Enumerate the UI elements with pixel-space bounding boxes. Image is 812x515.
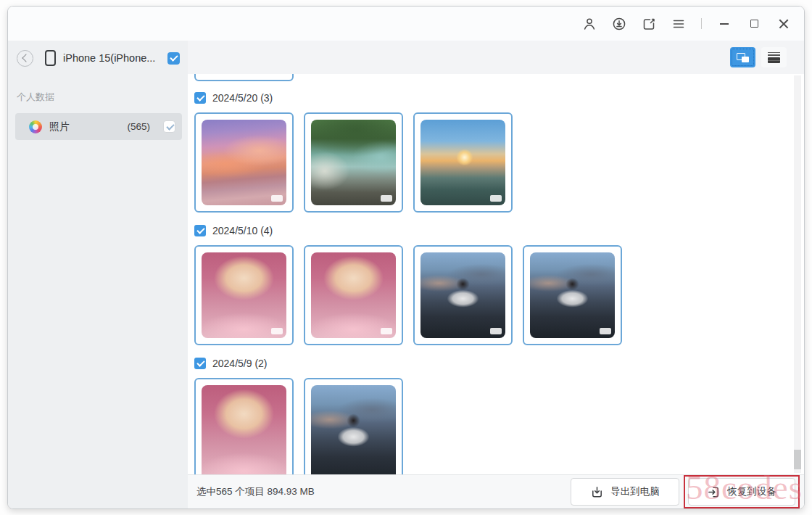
view-toggle-thumbnail[interactable] (730, 47, 755, 67)
titlebar (8, 7, 804, 41)
photo-row (194, 112, 804, 213)
date-group-header: 2024/5/10 (4) (194, 224, 804, 236)
photo-thumbnail[interactable] (194, 112, 294, 213)
date-group: 2024/5/20 (3) (194, 91, 804, 213)
photo-image (530, 252, 615, 338)
device-header: iPhone 15(iPhone... (8, 41, 188, 75)
minimize-button[interactable] (717, 17, 732, 31)
maximize-icon (750, 20, 758, 28)
photo-thumbnail[interactable] (304, 112, 403, 213)
date-group-header: 2024/5/9 (2) (194, 357, 804, 369)
photo-image (420, 252, 505, 338)
photo-image (420, 120, 505, 205)
date-group: 2024/5/10 (4) (194, 224, 804, 345)
photo-watermark-badge (600, 328, 611, 334)
date-group-label: 2024/5/10 (4) (212, 225, 273, 236)
photo-row (194, 245, 804, 345)
main-panel: 2024/5/20 (3) 20 (188, 41, 804, 508)
view-toggle-list[interactable] (761, 47, 787, 67)
photo-grid: 2024/5/20 (3) 20 (188, 74, 804, 474)
main-header (188, 41, 804, 74)
selection-summary: 选中565 个项目 894.93 MB (196, 485, 315, 498)
phone-icon (45, 50, 56, 66)
sidebar-item-count: (565) (127, 121, 150, 132)
photo-image (202, 252, 286, 338)
sidebar: iPhone 15(iPhone... 个人数据 照片 (565) (8, 41, 188, 508)
photo-thumbnail[interactable] (194, 378, 294, 474)
photos-checkbox[interactable] (163, 120, 175, 133)
thumbnail-view-icon (737, 53, 749, 62)
sidebar-item-photos[interactable]: 照片 (565) (15, 113, 182, 140)
date-group: 2024/5/9 (2) (194, 357, 804, 474)
date-group-checkbox[interactable] (194, 358, 206, 369)
photo-image (202, 120, 286, 205)
photo-thumbnail[interactable] (194, 245, 294, 345)
maximize-button[interactable] (747, 17, 761, 31)
date-group-checkbox[interactable] (194, 92, 206, 104)
download-icon[interactable] (612, 17, 626, 31)
close-button[interactable] (776, 17, 791, 31)
photo-thumbnail[interactable] (304, 245, 403, 345)
date-group-label: 2024/5/20 (3) (212, 92, 273, 104)
footer-bar: 选中565 个项目 894.93 MB 导出到电脑 恢复到设备 (188, 474, 804, 508)
photo-thumbnail[interactable] (523, 245, 622, 345)
photo-thumbnail-partial[interactable] (194, 74, 294, 81)
photo-image (311, 385, 396, 474)
photo-watermark-badge (381, 195, 392, 202)
photo-watermark-badge (381, 328, 392, 334)
restore-to-device-button[interactable]: 恢复到设备 (688, 478, 795, 506)
minimize-icon (720, 23, 729, 25)
photo-thumbnail[interactable] (413, 112, 513, 213)
photo-row (194, 378, 804, 474)
photo-image (311, 120, 396, 205)
scrollbar-thumb[interactable] (794, 450, 801, 469)
close-icon (779, 19, 789, 29)
scrollbar-track[interactable] (794, 75, 801, 473)
titlebar-divider (701, 18, 702, 29)
export-to-computer-button[interactable]: 导出到电脑 (571, 478, 679, 506)
date-group-header: 2024/5/20 (3) (194, 91, 804, 104)
photos-app-icon (29, 120, 42, 133)
date-group-label: 2024/5/9 (2) (212, 358, 268, 369)
app-window: iPhone 15(iPhone... 个人数据 照片 (565) 2024/5… (7, 6, 805, 509)
restore-button-label: 恢复到设备 (727, 485, 776, 498)
photo-watermark-badge (271, 328, 283, 334)
sidebar-item-label: 照片 (49, 120, 120, 133)
export-icon (590, 485, 604, 499)
list-view-icon (768, 52, 780, 63)
menu-icon[interactable] (671, 17, 686, 31)
photo-thumbnail[interactable] (413, 245, 513, 345)
photo-image (202, 385, 286, 474)
feedback-icon[interactable] (642, 17, 656, 31)
device-checkbox[interactable] (167, 52, 180, 65)
date-group-checkbox[interactable] (194, 225, 206, 236)
sidebar-section-label: 个人数据 (17, 91, 188, 104)
photo-watermark-badge (271, 195, 283, 202)
restore-highlight-box: 恢复到设备 (684, 475, 800, 508)
photo-watermark-badge (490, 195, 502, 202)
user-icon[interactable] (582, 17, 597, 31)
back-button[interactable] (17, 50, 33, 67)
restore-icon (707, 485, 721, 499)
device-name: iPhone 15(iPhone... (63, 52, 160, 64)
photo-thumbnail[interactable] (304, 378, 403, 474)
photo-watermark-badge (490, 328, 502, 334)
photo-image (311, 252, 396, 338)
export-button-label: 导出到电脑 (610, 485, 660, 498)
